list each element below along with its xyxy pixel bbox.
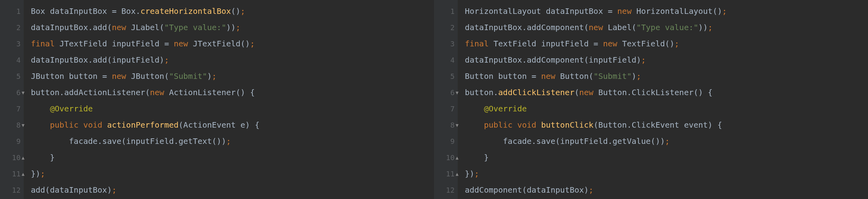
token-ident: . [136, 6, 140, 16]
code-line[interactable]: Box dataInputBox = Box.createHorizontalB… [31, 3, 434, 19]
token-punct: ; [474, 169, 479, 178]
code-line[interactable]: public void actionPerformed(ActionEvent … [31, 117, 434, 133]
line-number[interactable]: 1 [434, 3, 458, 19]
code-line[interactable]: final JTextField inputField = new JTextF… [31, 36, 434, 52]
token-keyword: final [31, 39, 59, 48]
line-number[interactable]: 4 [434, 52, 458, 68]
code-line[interactable]: JButton button = new JButton("Submit"); [31, 68, 434, 84]
line-number[interactable]: 12 [0, 182, 24, 198]
code-line[interactable]: addComponent(dataInputBox); [465, 182, 868, 198]
line-number[interactable]: 11▲ [0, 166, 24, 182]
token-type: JButton( [131, 71, 169, 81]
line-number[interactable]: 1 [0, 3, 24, 19]
code-line[interactable]: dataInputBox.addComponent(inputField); [465, 52, 868, 68]
token-paren: )) [226, 23, 236, 32]
fold-collapse-icon[interactable]: ▼ [22, 90, 25, 96]
code-line[interactable]: public void buttonClick(Button.ClickEven… [465, 117, 868, 133]
token-annotation: @Override [50, 104, 93, 113]
token-keyword: new [112, 23, 131, 32]
fold-collapse-icon[interactable]: ▼ [22, 122, 25, 128]
line-number[interactable]: 11▲ [434, 166, 458, 182]
token-punct: ; [241, 6, 245, 16]
code-line[interactable]: }); [31, 166, 434, 182]
line-number[interactable]: 10▲ [434, 149, 458, 166]
token-method: createHorizontalBox [140, 6, 231, 16]
token-punct: ; [589, 185, 593, 195]
code-line[interactable]: dataInputBox.addComponent(new Label("Typ… [465, 19, 868, 36]
code-line[interactable]: button.addActionListener(new ActionListe… [31, 84, 434, 101]
token-type: TextField() [622, 39, 674, 48]
token-ident: dataInputBox.add(inputField) [31, 55, 164, 65]
fold-expand-icon[interactable]: ▲ [456, 155, 459, 161]
fold-collapse-icon[interactable]: ▼ [456, 90, 459, 96]
token-ident: (ActionEvent e) { [178, 120, 260, 130]
line-number[interactable]: 10▲ [0, 149, 24, 166]
line-number[interactable]: 6▼ [0, 84, 24, 101]
token-ident: = [112, 6, 121, 16]
line-number[interactable]: 9 [434, 133, 458, 149]
token-keyword: new [174, 39, 193, 48]
token-paren: () [231, 6, 241, 16]
token-type: Box [121, 6, 136, 16]
line-number[interactable]: 12 [434, 182, 458, 198]
token-type: Label( [608, 23, 636, 32]
code-line[interactable]: facade.save(inputField.getText()); [31, 133, 434, 149]
code-line[interactable]: Button button = new Button("Submit"); [465, 68, 868, 84]
token-ident: (Button.ClickEvent event) { [593, 120, 722, 130]
line-number[interactable]: 7 [434, 101, 458, 117]
left-code[interactable]: Box dataInputBox = Box.createHorizontalB… [24, 0, 434, 199]
token-ident: JButton button = [31, 71, 112, 81]
code-line[interactable]: @Override [465, 101, 868, 117]
fold-expand-icon[interactable]: ▲ [22, 171, 25, 177]
token-special-method: actionPerformed [107, 120, 179, 130]
code-line[interactable]: facade.save(inputField.getValue()); [465, 133, 868, 149]
token-ident: TextField inputField = [493, 39, 603, 48]
code-line[interactable]: add(dataInputBox); [31, 182, 434, 198]
line-number[interactable]: 9 [0, 133, 24, 149]
token-type: ActionListener() { [169, 88, 255, 97]
token-keyword: new [603, 39, 622, 48]
token-type: Box [31, 6, 45, 16]
code-line[interactable]: button.addClickListener(new Button.Click… [465, 84, 868, 101]
code-line[interactable]: HorizontalLayout dataInputBox = new Hori… [465, 3, 868, 19]
line-number[interactable]: 3 [0, 36, 24, 52]
fold-expand-icon[interactable]: ▲ [22, 155, 25, 161]
token-punct: ; [675, 39, 679, 48]
line-number[interactable]: 8▼ [0, 117, 24, 133]
token-punct: ; [722, 6, 727, 16]
token-keyword: new [150, 88, 169, 97]
code-line[interactable]: }); [465, 166, 868, 182]
right-code[interactable]: HorizontalLayout dataInputBox = new Hori… [458, 0, 868, 199]
token-punct: ; [708, 23, 713, 32]
line-number[interactable]: 2 [0, 19, 24, 36]
token-keyword: new [579, 88, 598, 97]
token-string: "Submit" [593, 71, 631, 81]
line-number[interactable]: 2 [434, 19, 458, 36]
token-ident: }) [31, 169, 40, 178]
line-number[interactable]: 4 [0, 52, 24, 68]
line-number[interactable]: 6▼ [434, 84, 458, 101]
line-number[interactable]: 5 [434, 68, 458, 84]
fold-collapse-icon[interactable]: ▼ [456, 122, 459, 128]
token-ident: add(dataInputBox) [31, 185, 112, 195]
token-punct: ; [250, 39, 255, 48]
token-ident: JTextField inputField = [59, 39, 174, 48]
code-line[interactable]: dataInputBox.add(new JLabel("Type value:… [31, 19, 434, 36]
token-ident: addComponent(dataInputBox) [465, 185, 589, 195]
code-line[interactable]: } [465, 149, 868, 166]
token-special-method: buttonClick [541, 120, 593, 130]
token-punct: ; [641, 55, 646, 65]
code-line[interactable]: } [31, 149, 434, 166]
fold-expand-icon[interactable]: ▲ [456, 171, 459, 177]
token-ident: Button button = [465, 71, 541, 81]
line-number[interactable]: 5 [0, 68, 24, 84]
token-ident: HorizontalLayout dataInputBox = [465, 6, 617, 16]
code-line[interactable]: dataInputBox.add(inputField); [31, 52, 434, 68]
token-ident: } [484, 153, 489, 162]
code-line[interactable]: @Override [31, 101, 434, 117]
line-number[interactable]: 7 [0, 101, 24, 117]
line-number[interactable]: 3 [434, 36, 458, 52]
code-line[interactable]: final TextField inputField = new TextFie… [465, 36, 868, 52]
line-number[interactable]: 8▼ [434, 117, 458, 133]
token-type: JLabel( [131, 23, 164, 32]
